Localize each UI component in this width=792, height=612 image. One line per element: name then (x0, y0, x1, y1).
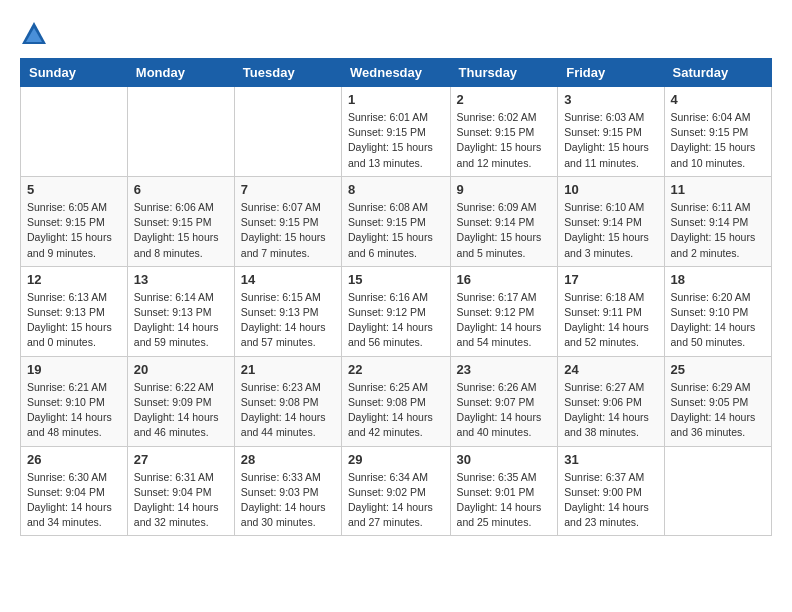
calendar-cell: 6Sunrise: 6:06 AMSunset: 9:15 PMDaylight… (127, 176, 234, 266)
day-info: Sunrise: 6:10 AMSunset: 9:14 PMDaylight:… (564, 200, 657, 261)
day-info: Sunrise: 6:17 AMSunset: 9:12 PMDaylight:… (457, 290, 552, 351)
day-number: 9 (457, 182, 552, 197)
day-info: Sunrise: 6:22 AMSunset: 9:09 PMDaylight:… (134, 380, 228, 441)
calendar-cell: 9Sunrise: 6:09 AMSunset: 9:14 PMDaylight… (450, 176, 558, 266)
day-number: 23 (457, 362, 552, 377)
day-number: 11 (671, 182, 765, 197)
day-number: 7 (241, 182, 335, 197)
calendar-cell: 17Sunrise: 6:18 AMSunset: 9:11 PMDayligh… (558, 266, 664, 356)
day-info: Sunrise: 6:26 AMSunset: 9:07 PMDaylight:… (457, 380, 552, 441)
calendar-cell: 26Sunrise: 6:30 AMSunset: 9:04 PMDayligh… (21, 446, 128, 536)
calendar-cell: 11Sunrise: 6:11 AMSunset: 9:14 PMDayligh… (664, 176, 771, 266)
day-number: 5 (27, 182, 121, 197)
calendar-cell: 7Sunrise: 6:07 AMSunset: 9:15 PMDaylight… (234, 176, 341, 266)
day-info: Sunrise: 6:31 AMSunset: 9:04 PMDaylight:… (134, 470, 228, 531)
calendar-cell: 23Sunrise: 6:26 AMSunset: 9:07 PMDayligh… (450, 356, 558, 446)
calendar-cell: 14Sunrise: 6:15 AMSunset: 9:13 PMDayligh… (234, 266, 341, 356)
day-info: Sunrise: 6:18 AMSunset: 9:11 PMDaylight:… (564, 290, 657, 351)
day-info: Sunrise: 6:05 AMSunset: 9:15 PMDaylight:… (27, 200, 121, 261)
calendar-cell: 24Sunrise: 6:27 AMSunset: 9:06 PMDayligh… (558, 356, 664, 446)
day-info: Sunrise: 6:13 AMSunset: 9:13 PMDaylight:… (27, 290, 121, 351)
day-info: Sunrise: 6:37 AMSunset: 9:00 PMDaylight:… (564, 470, 657, 531)
day-number: 20 (134, 362, 228, 377)
calendar-cell: 1Sunrise: 6:01 AMSunset: 9:15 PMDaylight… (342, 87, 451, 177)
day-number: 1 (348, 92, 444, 107)
logo (20, 20, 52, 48)
calendar-cell: 3Sunrise: 6:03 AMSunset: 9:15 PMDaylight… (558, 87, 664, 177)
day-number: 30 (457, 452, 552, 467)
day-info: Sunrise: 6:02 AMSunset: 9:15 PMDaylight:… (457, 110, 552, 171)
day-number: 27 (134, 452, 228, 467)
calendar-cell: 27Sunrise: 6:31 AMSunset: 9:04 PMDayligh… (127, 446, 234, 536)
calendar-cell (234, 87, 341, 177)
day-info: Sunrise: 6:23 AMSunset: 9:08 PMDaylight:… (241, 380, 335, 441)
day-number: 28 (241, 452, 335, 467)
calendar-cell: 12Sunrise: 6:13 AMSunset: 9:13 PMDayligh… (21, 266, 128, 356)
weekday-header-thursday: Thursday (450, 59, 558, 87)
day-number: 2 (457, 92, 552, 107)
day-number: 16 (457, 272, 552, 287)
day-info: Sunrise: 6:06 AMSunset: 9:15 PMDaylight:… (134, 200, 228, 261)
day-number: 15 (348, 272, 444, 287)
day-info: Sunrise: 6:21 AMSunset: 9:10 PMDaylight:… (27, 380, 121, 441)
day-info: Sunrise: 6:11 AMSunset: 9:14 PMDaylight:… (671, 200, 765, 261)
calendar-cell: 29Sunrise: 6:34 AMSunset: 9:02 PMDayligh… (342, 446, 451, 536)
day-info: Sunrise: 6:33 AMSunset: 9:03 PMDaylight:… (241, 470, 335, 531)
calendar-cell: 18Sunrise: 6:20 AMSunset: 9:10 PMDayligh… (664, 266, 771, 356)
day-number: 25 (671, 362, 765, 377)
day-number: 24 (564, 362, 657, 377)
day-number: 26 (27, 452, 121, 467)
calendar-cell: 28Sunrise: 6:33 AMSunset: 9:03 PMDayligh… (234, 446, 341, 536)
day-info: Sunrise: 6:08 AMSunset: 9:15 PMDaylight:… (348, 200, 444, 261)
calendar-cell: 10Sunrise: 6:10 AMSunset: 9:14 PMDayligh… (558, 176, 664, 266)
weekday-header-wednesday: Wednesday (342, 59, 451, 87)
weekday-header-monday: Monday (127, 59, 234, 87)
day-number: 6 (134, 182, 228, 197)
day-info: Sunrise: 6:27 AMSunset: 9:06 PMDaylight:… (564, 380, 657, 441)
calendar-week-2: 5Sunrise: 6:05 AMSunset: 9:15 PMDaylight… (21, 176, 772, 266)
weekday-header-row: SundayMondayTuesdayWednesdayThursdayFrid… (21, 59, 772, 87)
calendar-table: SundayMondayTuesdayWednesdayThursdayFrid… (20, 58, 772, 536)
logo-icon (20, 20, 48, 48)
weekday-header-sunday: Sunday (21, 59, 128, 87)
calendar-cell: 21Sunrise: 6:23 AMSunset: 9:08 PMDayligh… (234, 356, 341, 446)
day-number: 29 (348, 452, 444, 467)
calendar-week-5: 26Sunrise: 6:30 AMSunset: 9:04 PMDayligh… (21, 446, 772, 536)
day-number: 4 (671, 92, 765, 107)
day-info: Sunrise: 6:16 AMSunset: 9:12 PMDaylight:… (348, 290, 444, 351)
day-number: 8 (348, 182, 444, 197)
day-info: Sunrise: 6:25 AMSunset: 9:08 PMDaylight:… (348, 380, 444, 441)
calendar-cell: 25Sunrise: 6:29 AMSunset: 9:05 PMDayligh… (664, 356, 771, 446)
calendar-cell: 30Sunrise: 6:35 AMSunset: 9:01 PMDayligh… (450, 446, 558, 536)
page-header (20, 20, 772, 48)
weekday-header-friday: Friday (558, 59, 664, 87)
day-number: 21 (241, 362, 335, 377)
calendar-week-3: 12Sunrise: 6:13 AMSunset: 9:13 PMDayligh… (21, 266, 772, 356)
weekday-header-tuesday: Tuesday (234, 59, 341, 87)
day-number: 12 (27, 272, 121, 287)
day-info: Sunrise: 6:29 AMSunset: 9:05 PMDaylight:… (671, 380, 765, 441)
day-info: Sunrise: 6:30 AMSunset: 9:04 PMDaylight:… (27, 470, 121, 531)
calendar-cell: 31Sunrise: 6:37 AMSunset: 9:00 PMDayligh… (558, 446, 664, 536)
day-info: Sunrise: 6:14 AMSunset: 9:13 PMDaylight:… (134, 290, 228, 351)
day-number: 18 (671, 272, 765, 287)
day-info: Sunrise: 6:07 AMSunset: 9:15 PMDaylight:… (241, 200, 335, 261)
calendar-cell: 19Sunrise: 6:21 AMSunset: 9:10 PMDayligh… (21, 356, 128, 446)
calendar-cell: 20Sunrise: 6:22 AMSunset: 9:09 PMDayligh… (127, 356, 234, 446)
day-info: Sunrise: 6:03 AMSunset: 9:15 PMDaylight:… (564, 110, 657, 171)
day-number: 22 (348, 362, 444, 377)
calendar-cell: 13Sunrise: 6:14 AMSunset: 9:13 PMDayligh… (127, 266, 234, 356)
day-info: Sunrise: 6:20 AMSunset: 9:10 PMDaylight:… (671, 290, 765, 351)
day-number: 17 (564, 272, 657, 287)
day-number: 3 (564, 92, 657, 107)
day-number: 10 (564, 182, 657, 197)
calendar-cell (127, 87, 234, 177)
calendar-cell: 8Sunrise: 6:08 AMSunset: 9:15 PMDaylight… (342, 176, 451, 266)
day-number: 19 (27, 362, 121, 377)
day-info: Sunrise: 6:04 AMSunset: 9:15 PMDaylight:… (671, 110, 765, 171)
day-info: Sunrise: 6:34 AMSunset: 9:02 PMDaylight:… (348, 470, 444, 531)
calendar-cell: 4Sunrise: 6:04 AMSunset: 9:15 PMDaylight… (664, 87, 771, 177)
day-info: Sunrise: 6:15 AMSunset: 9:13 PMDaylight:… (241, 290, 335, 351)
calendar-week-4: 19Sunrise: 6:21 AMSunset: 9:10 PMDayligh… (21, 356, 772, 446)
day-number: 31 (564, 452, 657, 467)
